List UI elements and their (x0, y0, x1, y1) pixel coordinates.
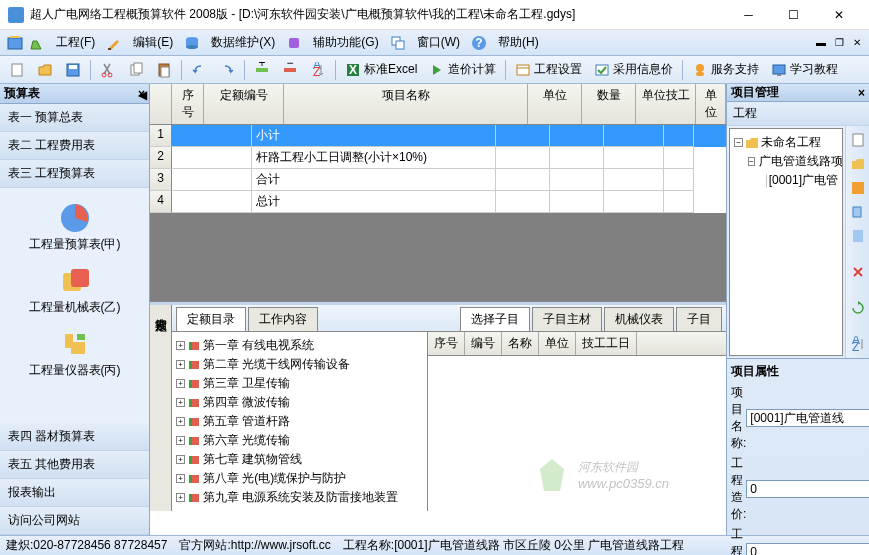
expand-icon[interactable]: + (176, 455, 185, 464)
proj-setting-button[interactable]: 工程设置 (510, 58, 587, 81)
tree-item[interactable]: + 第四章 微波传输 (176, 393, 423, 412)
nav-item-7[interactable]: 访问公司网站 (0, 507, 149, 535)
mdi-close[interactable]: ✕ (849, 36, 865, 50)
chapter-tree[interactable]: + 第一章 有线电视系统 + 第二章 光缆干线网传输设备 + 第三章 卫星传输 … (172, 332, 428, 511)
collapse-left-icon[interactable]: ◀ (138, 88, 147, 102)
nav-item-6[interactable]: 报表输出 (0, 479, 149, 507)
tab-quota-dir[interactable]: 定额目录 (176, 307, 246, 331)
expand-icon[interactable]: + (176, 474, 185, 483)
expand-icon[interactable]: + (176, 493, 185, 502)
expand-icon[interactable]: + (176, 417, 185, 426)
expand-icon[interactable]: + (176, 398, 185, 407)
nav-big-3[interactable]: 工程量仪器表(丙) (8, 322, 141, 385)
maximize-button[interactable]: ☐ (771, 1, 816, 29)
proj-tree-item[interactable]: [0001]广电管 (734, 171, 838, 190)
nav-big-1[interactable]: 工程量预算表(甲) (8, 196, 141, 259)
nav-item-5[interactable]: 表五 其他费用表 (0, 451, 149, 479)
new-button[interactable] (4, 59, 30, 81)
menu-aux[interactable]: 辅助功能(G) (305, 31, 386, 54)
tab-sub-material[interactable]: 子目主材 (532, 307, 602, 331)
nav-item-3[interactable]: 表三 工程预算表 (0, 160, 149, 188)
tab-work-content[interactable]: 工作内容 (248, 307, 318, 331)
tab-sub[interactable]: 子目 (676, 307, 722, 331)
rt-save-icon[interactable] (848, 178, 868, 198)
sort-button[interactable]: AZ (305, 59, 331, 81)
mdi-restore[interactable]: ❐ (831, 36, 847, 50)
table-row[interactable]: 1 小计 (150, 125, 726, 147)
rt-paste-icon[interactable] (848, 226, 868, 246)
table-row[interactable]: 3 合计 (150, 169, 726, 191)
grid-col-1[interactable]: 定额编号 (204, 84, 284, 124)
right-panel-close[interactable]: × (858, 86, 865, 100)
sub-col[interactable]: 单位 (539, 332, 576, 355)
sub-col[interactable]: 序号 (428, 332, 465, 355)
rt-copy-icon[interactable] (848, 202, 868, 222)
copy-button[interactable] (123, 59, 149, 81)
search-quota-label[interactable]: 搜索定额 (150, 305, 172, 511)
grid-col-0[interactable]: 序号 (172, 84, 204, 124)
expand-icon[interactable]: + (176, 341, 185, 350)
rt-new-icon[interactable] (848, 130, 868, 150)
grid-col-3[interactable]: 单位 (528, 84, 582, 124)
rt-refresh-icon[interactable] (848, 298, 868, 318)
nav-item-1[interactable]: 表一 预算总表 (0, 104, 149, 132)
tree-item[interactable]: + 第五章 管道杆路 (176, 412, 423, 431)
tree-item[interactable]: + 第三章 卫星传输 (176, 374, 423, 393)
tutorial-button[interactable]: 学习教程 (766, 58, 843, 81)
grid-col-5[interactable]: 单位技工 (636, 84, 696, 124)
table-row[interactable]: 2 杆路工程小工日调整(小计×10%) (150, 147, 726, 169)
excel-button[interactable]: X标准Excel (340, 58, 422, 81)
prop-name-input[interactable] (746, 409, 869, 427)
table-row[interactable]: 4 总计 (150, 191, 726, 213)
grid-col-6[interactable]: 单位 (696, 84, 726, 124)
insert-row-button[interactable]: + (249, 59, 275, 81)
grid-col-2[interactable]: 项目名称 (284, 84, 528, 124)
expand-icon[interactable]: − (748, 157, 755, 166)
menu-project[interactable]: 工程(F) (48, 31, 103, 54)
delete-row-button[interactable]: − (277, 59, 303, 81)
mdi-minimize[interactable]: ▬ (813, 36, 829, 50)
prop-fee-input[interactable] (746, 543, 869, 556)
tree-item[interactable]: + 第七章 建筑物管线 (176, 450, 423, 469)
rt-open-icon[interactable] (848, 154, 868, 174)
rt-delete-icon[interactable] (848, 262, 868, 282)
menu-window[interactable]: 窗口(W) (409, 31, 468, 54)
paste-button[interactable] (151, 59, 177, 81)
menu-icon-1[interactable] (7, 35, 23, 51)
tab-mech-instr[interactable]: 机械仪表 (604, 307, 674, 331)
sub-col[interactable]: 编号 (465, 332, 502, 355)
tree-item[interactable]: + 第二章 光缆干线网传输设备 (176, 355, 423, 374)
service-button[interactable]: 服务支持 (687, 58, 764, 81)
expand-icon[interactable]: − (734, 138, 743, 147)
nav-big-2[interactable]: 工程量机械表(乙) (8, 259, 141, 322)
expand-icon[interactable]: + (176, 360, 185, 369)
proj-tree-item[interactable]: −未命名工程 (734, 133, 838, 152)
expand-icon[interactable]: + (176, 379, 185, 388)
tree-item[interactable]: + 第一章 有线电视系统 (176, 336, 423, 355)
menu-data[interactable]: 数据维护(X) (203, 31, 283, 54)
project-tree[interactable]: −未命名工程−广电管道线路项目[0001]广电管 (729, 128, 843, 356)
undo-button[interactable] (186, 59, 212, 81)
adopt-info-button[interactable]: 采用信息价 (589, 58, 678, 81)
rt-sort-icon[interactable]: AZ (848, 334, 868, 354)
grid-col-4[interactable]: 数量 (582, 84, 636, 124)
open-button[interactable] (32, 59, 58, 81)
tab-select-sub[interactable]: 选择子目 (460, 307, 530, 331)
nav-item-2[interactable]: 表二 工程费用表 (0, 132, 149, 160)
menu-edit[interactable]: 编辑(E) (125, 31, 181, 54)
sub-col[interactable]: 技工工日 (576, 332, 637, 355)
menu-icon-2[interactable] (29, 35, 45, 51)
calc-button[interactable]: 造价计算 (424, 58, 501, 81)
tree-item[interactable]: + 第九章 电源系统安装及防雷接地装置 (176, 488, 423, 507)
prop-cost-input[interactable] (746, 480, 869, 498)
expand-icon[interactable]: + (176, 436, 185, 445)
menu-help[interactable]: 帮助(H) (490, 31, 547, 54)
close-button[interactable]: ✕ (816, 1, 861, 29)
minimize-button[interactable]: ─ (726, 1, 771, 29)
cut-button[interactable] (95, 59, 121, 81)
save-button[interactable] (60, 59, 86, 81)
proj-tree-item[interactable]: −广电管道线路项目 (734, 152, 838, 171)
nav-item-4[interactable]: 表四 器材预算表 (0, 423, 149, 451)
tree-item[interactable]: + 第八章 光(电)缆保护与防护 (176, 469, 423, 488)
tree-item[interactable]: + 第六章 光缆传输 (176, 431, 423, 450)
